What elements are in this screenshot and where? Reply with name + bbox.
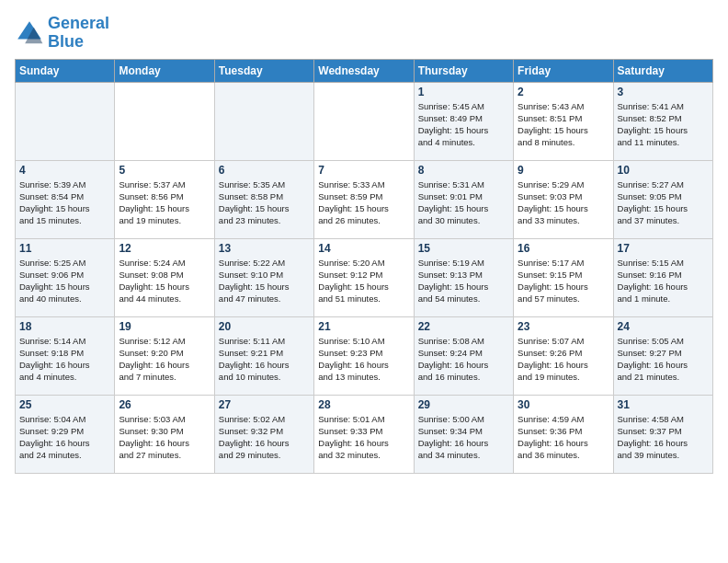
week-row-2: 11Sunrise: 5:25 AM Sunset: 9:06 PM Dayli… [16,238,713,316]
weekday-header-wednesday: Wednesday [314,59,414,82]
week-row-1: 4Sunrise: 5:39 AM Sunset: 8:54 PM Daylig… [16,160,713,238]
day-number: 17 [618,242,709,255]
calendar-cell: 23Sunrise: 5:07 AM Sunset: 9:26 PM Dayli… [514,316,613,395]
calendar-cell: 18Sunrise: 5:14 AM Sunset: 9:18 PM Dayli… [16,316,115,395]
day-number: 14 [318,242,409,255]
day-info: Sunrise: 5:31 AM Sunset: 9:01 PM Dayligh… [418,178,509,227]
day-number: 2 [518,86,609,98]
day-info: Sunrise: 5:12 AM Sunset: 9:20 PM Dayligh… [119,335,210,384]
calendar-cell: 20Sunrise: 5:11 AM Sunset: 9:21 PM Dayli… [214,316,313,395]
day-info: Sunrise: 5:03 AM Sunset: 9:30 PM Dayligh… [119,413,210,462]
day-info: Sunrise: 5:00 AM Sunset: 9:34 PM Dayligh… [418,413,509,462]
logo-icon [15,18,44,48]
calendar-cell: 30Sunrise: 4:59 AM Sunset: 9:36 PM Dayli… [514,395,613,473]
day-number: 29 [418,398,509,411]
day-info: Sunrise: 5:04 AM Sunset: 9:29 PM Dayligh… [19,413,110,462]
day-info: Sunrise: 5:25 AM Sunset: 9:06 PM Dayligh… [19,257,110,305]
day-number: 10 [618,164,709,177]
day-info: Sunrise: 5:10 AM Sunset: 9:23 PM Dayligh… [318,335,409,384]
day-number: 18 [19,320,110,333]
calendar-cell: 13Sunrise: 5:22 AM Sunset: 9:10 PM Dayli… [214,238,313,316]
weekday-header-saturday: Saturday [613,59,712,82]
calendar-cell: 21Sunrise: 5:10 AM Sunset: 9:23 PM Dayli… [314,316,414,395]
calendar-cell: 28Sunrise: 5:01 AM Sunset: 9:33 PM Dayli… [314,395,414,473]
day-number: 16 [518,242,609,255]
logo-text: General Blue [48,15,109,52]
day-info: Sunrise: 5:27 AM Sunset: 9:05 PM Dayligh… [618,178,709,227]
day-info: Sunrise: 5:29 AM Sunset: 9:03 PM Dayligh… [518,178,609,227]
day-number: 22 [418,320,509,333]
calendar-cell: 26Sunrise: 5:03 AM Sunset: 9:30 PM Dayli… [115,395,214,473]
day-info: Sunrise: 5:14 AM Sunset: 9:18 PM Dayligh… [19,335,110,384]
day-info: Sunrise: 5:11 AM Sunset: 9:21 PM Dayligh… [219,335,310,384]
calendar-cell: 22Sunrise: 5:08 AM Sunset: 9:24 PM Dayli… [414,316,513,395]
logo: General Blue [15,15,109,52]
day-number: 5 [119,164,210,177]
calendar-cell: 27Sunrise: 5:02 AM Sunset: 9:32 PM Dayli… [214,395,313,473]
day-info: Sunrise: 4:58 AM Sunset: 9:37 PM Dayligh… [618,413,709,462]
day-number: 20 [219,320,310,333]
day-info: Sunrise: 5:45 AM Sunset: 8:49 PM Dayligh… [418,100,509,149]
calendar-cell: 12Sunrise: 5:24 AM Sunset: 9:08 PM Dayli… [115,238,214,316]
day-number: 19 [119,320,210,333]
day-info: Sunrise: 5:43 AM Sunset: 8:51 PM Dayligh… [518,100,609,149]
day-info: Sunrise: 5:07 AM Sunset: 9:26 PM Dayligh… [518,335,609,384]
calendar-cell: 25Sunrise: 5:04 AM Sunset: 9:29 PM Dayli… [16,395,115,473]
calendar-cell: 31Sunrise: 4:58 AM Sunset: 9:37 PM Dayli… [613,395,712,473]
day-info: Sunrise: 5:33 AM Sunset: 8:59 PM Dayligh… [318,178,409,227]
day-number: 7 [318,164,409,177]
day-info: Sunrise: 5:35 AM Sunset: 8:58 PM Dayligh… [219,178,310,227]
day-info: Sunrise: 4:59 AM Sunset: 9:36 PM Dayligh… [518,413,609,462]
day-info: Sunrise: 5:24 AM Sunset: 9:08 PM Dayligh… [119,257,210,305]
day-number: 11 [19,242,110,255]
calendar-cell: 4Sunrise: 5:39 AM Sunset: 8:54 PM Daylig… [16,160,115,238]
day-number: 25 [19,398,110,411]
week-row-0: 1Sunrise: 5:45 AM Sunset: 8:49 PM Daylig… [16,82,713,160]
calendar-cell [214,82,313,160]
weekday-header-row: SundayMondayTuesdayWednesdayThursdayFrid… [16,59,713,82]
day-info: Sunrise: 5:02 AM Sunset: 9:32 PM Dayligh… [219,413,310,462]
day-number: 15 [418,242,509,255]
calendar-cell: 8Sunrise: 5:31 AM Sunset: 9:01 PM Daylig… [414,160,513,238]
calendar-cell: 16Sunrise: 5:17 AM Sunset: 9:15 PM Dayli… [514,238,613,316]
calendar-cell [314,82,414,160]
day-info: Sunrise: 5:08 AM Sunset: 9:24 PM Dayligh… [418,335,509,384]
day-number: 9 [518,164,609,177]
calendar-table: SundayMondayTuesdayWednesdayThursdayFrid… [15,59,713,474]
calendar-cell: 24Sunrise: 5:05 AM Sunset: 9:27 PM Dayli… [613,316,712,395]
day-number: 28 [318,398,409,411]
day-number: 4 [19,164,110,177]
page-header: General Blue [15,15,713,52]
weekday-header-monday: Monday [115,59,214,82]
calendar-cell [16,82,115,160]
day-number: 13 [219,242,310,255]
calendar-cell: 3Sunrise: 5:41 AM Sunset: 8:52 PM Daylig… [613,82,712,160]
day-info: Sunrise: 5:20 AM Sunset: 9:12 PM Dayligh… [318,257,409,305]
day-info: Sunrise: 5:17 AM Sunset: 9:15 PM Dayligh… [518,257,609,305]
day-number: 27 [219,398,310,411]
weekday-header-friday: Friday [514,59,613,82]
calendar-cell: 19Sunrise: 5:12 AM Sunset: 9:20 PM Dayli… [115,316,214,395]
day-number: 3 [618,86,709,98]
weekday-header-sunday: Sunday [16,59,115,82]
day-number: 31 [618,398,709,411]
day-info: Sunrise: 5:37 AM Sunset: 8:56 PM Dayligh… [119,178,210,227]
day-info: Sunrise: 5:39 AM Sunset: 8:54 PM Dayligh… [19,178,110,227]
calendar-cell: 15Sunrise: 5:19 AM Sunset: 9:13 PM Dayli… [414,238,513,316]
calendar-cell: 7Sunrise: 5:33 AM Sunset: 8:59 PM Daylig… [314,160,414,238]
week-row-4: 25Sunrise: 5:04 AM Sunset: 9:29 PM Dayli… [16,395,713,473]
calendar-cell: 14Sunrise: 5:20 AM Sunset: 9:12 PM Dayli… [314,238,414,316]
week-row-3: 18Sunrise: 5:14 AM Sunset: 9:18 PM Dayli… [16,316,713,395]
day-number: 26 [119,398,210,411]
day-number: 8 [418,164,509,177]
day-info: Sunrise: 5:19 AM Sunset: 9:13 PM Dayligh… [418,257,509,305]
day-number: 24 [618,320,709,333]
calendar-cell [115,82,214,160]
weekday-header-thursday: Thursday [414,59,513,82]
calendar-cell: 17Sunrise: 5:15 AM Sunset: 9:16 PM Dayli… [613,238,712,316]
calendar-cell: 10Sunrise: 5:27 AM Sunset: 9:05 PM Dayli… [613,160,712,238]
day-number: 30 [518,398,609,411]
calendar-cell: 2Sunrise: 5:43 AM Sunset: 8:51 PM Daylig… [514,82,613,160]
day-number: 6 [219,164,310,177]
day-number: 21 [318,320,409,333]
